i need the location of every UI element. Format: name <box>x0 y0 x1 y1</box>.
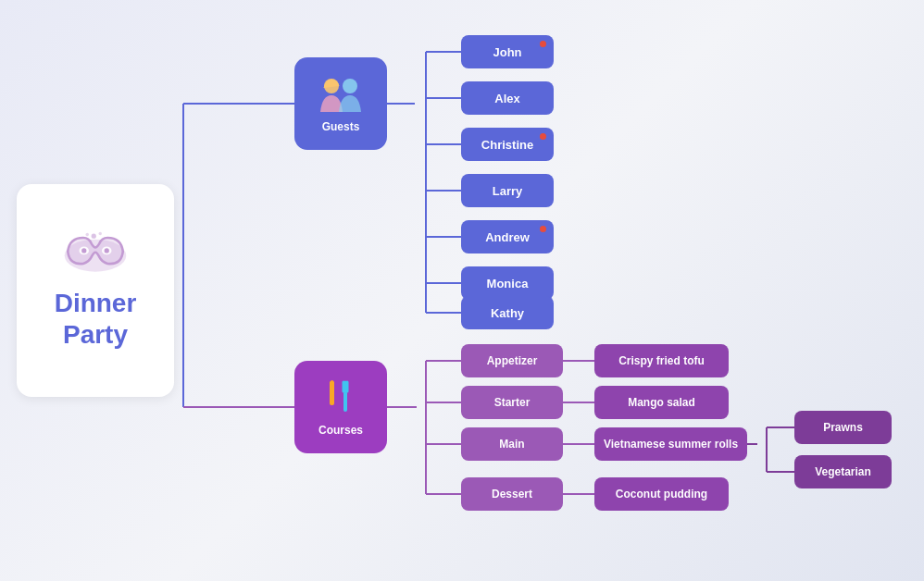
dish-mango-salad: Mango salad <box>594 386 729 419</box>
title-line1: Dinner <box>55 288 137 319</box>
course-dessert: Dessert <box>461 477 563 511</box>
guest-andrew: Andrew <box>461 220 554 253</box>
guest-kathy-label: Kathy <box>491 306 524 320</box>
guest-john-label: John <box>493 45 521 59</box>
courses-icon <box>316 378 367 420</box>
course-starter: Starter <box>461 386 563 419</box>
guest-larry: Larry <box>461 174 554 207</box>
sub-prawns: Prawns <box>794 411 892 444</box>
courses-node: Courses <box>294 361 387 453</box>
title-card: Dinner Party <box>17 184 174 397</box>
guest-alex: Alex <box>461 81 554 115</box>
course-dessert-label: Dessert <box>492 488 532 501</box>
guest-john: John <box>461 35 554 68</box>
title-line2: Party <box>63 319 128 351</box>
guests-icon <box>313 75 368 117</box>
dish-crispy-tofu: Crispy fried tofu <box>594 344 729 377</box>
course-main: Main <box>461 427 563 461</box>
guests-label: Guests <box>322 120 360 133</box>
sub-vegetarian: Vegetarian <box>794 455 892 488</box>
dish-crispy-tofu-label: Crispy fried tofu <box>618 354 705 367</box>
guest-larry-label: Larry <box>493 184 523 198</box>
guest-monica-label: Monica <box>487 277 529 290</box>
guest-kathy: Kathy <box>461 296 554 329</box>
course-appetizer-label: Appetizer <box>487 354 538 367</box>
guest-andrew-label: Andrew <box>485 230 530 244</box>
dish-summer-rolls: Vietnamese summer rolls <box>594 427 747 461</box>
christine-dot <box>540 133 546 140</box>
courses-label: Courses <box>318 424 363 437</box>
svg-point-6 <box>99 232 103 236</box>
course-main-label: Main <box>499 438 524 451</box>
dish-coconut-pudding-label: Coconut pudding <box>616 488 707 501</box>
guest-alex-label: Alex <box>494 92 519 105</box>
course-starter-label: Starter <box>494 396 531 409</box>
svg-rect-37 <box>343 391 347 412</box>
sub-vegetarian-label: Vegetarian <box>815 465 871 478</box>
mask-icon <box>63 230 128 277</box>
dish-coconut-pudding: Coconut pudding <box>594 477 729 511</box>
tree-wrapper: Guests Courses John Alex <box>174 0 924 581</box>
dish-summer-rolls-label: Vietnamese summer rolls <box>604 438 738 451</box>
main-container: Dinner Party <box>0 0 924 581</box>
john-dot <box>540 41 546 47</box>
guests-node: Guests <box>294 57 387 150</box>
course-appetizer: Appetizer <box>461 344 563 377</box>
guest-christine-label: Christine <box>481 138 533 152</box>
svg-point-2 <box>81 249 86 253</box>
dish-mango-salad-label: Mango salad <box>628 396 695 409</box>
sub-prawns-label: Prawns <box>823 421 863 434</box>
svg-point-4 <box>105 249 109 253</box>
svg-point-7 <box>86 233 90 237</box>
andrew-dot <box>540 226 546 232</box>
svg-point-5 <box>92 234 96 239</box>
guest-monica: Monica <box>461 266 554 300</box>
svg-point-35 <box>343 79 357 93</box>
guest-christine: Christine <box>461 128 554 161</box>
